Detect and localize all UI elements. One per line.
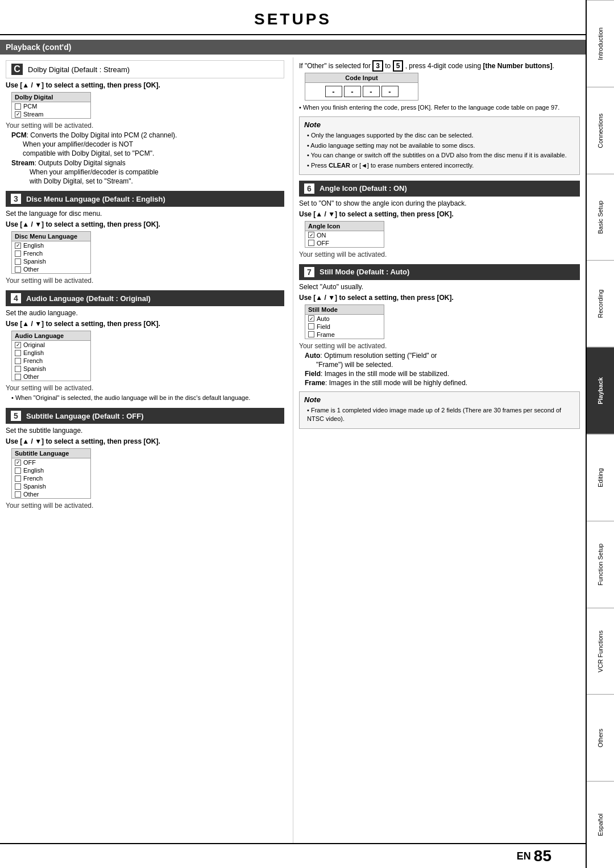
subtitle-spanish-option[interactable]: Spanish	[12, 482, 90, 490]
if-other-container: If "Other" is selected for 3 to 5 , pres…	[299, 62, 580, 70]
auto-def1: : Optimum resolution setting ("Field" or	[320, 352, 437, 360]
angle-on-option[interactable]: ON	[305, 231, 384, 239]
en-label: EN	[517, 850, 531, 862]
note-title: Note	[304, 120, 575, 129]
sidebar: Introduction Connections Basic Setup Rec…	[586, 0, 614, 868]
field-def: : Images in the still mode will be stabi…	[321, 370, 449, 378]
section-5-title: Subtitle Language (Default : OFF)	[26, 412, 144, 420]
angle-on-checkbox[interactable]	[308, 232, 314, 238]
sidebar-item-editing[interactable]: Editing	[587, 434, 614, 521]
section-6-activated: Your setting will be activated.	[299, 251, 580, 258]
auto-def2: "Frame") will be selected.	[316, 361, 580, 369]
audio-english-option[interactable]: English	[12, 349, 90, 357]
finish-note: • When you finish entering the code, pre…	[299, 103, 580, 112]
code-digit-1[interactable]: -	[325, 86, 342, 97]
subtitle-english-option[interactable]: English	[12, 466, 90, 474]
section-4-instruction: Use [▲ / ▼] to select a setting, then pr…	[6, 320, 284, 328]
step-7-number: 7	[304, 266, 315, 278]
sidebar-item-introduction[interactable]: Introduction	[587, 0, 614, 87]
audio-french-checkbox[interactable]	[15, 358, 21, 364]
subtitle-french-checkbox[interactable]	[15, 475, 21, 482]
pcm-term: PCM	[11, 131, 27, 139]
audio-french-option[interactable]: French	[12, 357, 90, 365]
subtitle-spanish-checkbox[interactable]	[15, 483, 21, 490]
section-3-title: Disc Menu Language (Default : English)	[26, 195, 165, 203]
section-4-header: 4 Audio Language (Default : Original)	[6, 290, 284, 306]
audio-english-checkbox[interactable]	[15, 350, 21, 356]
disc-french-checkbox[interactable]	[15, 251, 21, 257]
code-input-table: Code Input - - - -	[305, 73, 418, 101]
step-4-number: 4	[10, 293, 22, 304]
section-c-definitions: PCM: Converts the Dolby Digital into PCM…	[6, 131, 284, 185]
subtitle-off-option[interactable]: OFF	[12, 458, 90, 466]
step-6-number: 6	[304, 183, 315, 194]
disc-spanish-checkbox[interactable]	[15, 258, 21, 265]
subtitle-language-header: Subtitle Language	[12, 449, 90, 458]
subtitle-french-label: French	[23, 475, 43, 482]
angle-on-label: ON	[317, 232, 326, 239]
sidebar-item-others[interactable]: Others	[587, 694, 614, 781]
disc-other-option[interactable]: Other	[12, 265, 90, 273]
sidebar-item-basic-setup[interactable]: Basic Setup	[587, 174, 614, 261]
code-digit-2[interactable]: -	[344, 86, 361, 97]
sidebar-item-function-setup[interactable]: Function Setup	[587, 521, 614, 608]
section-c-header: C Dolby Digital (Default : Stream)	[6, 60, 284, 78]
audio-spanish-label: Spanish	[23, 365, 46, 372]
angle-off-option[interactable]: OFF	[305, 239, 384, 247]
disc-english-checkbox[interactable]	[15, 243, 21, 249]
code-digit-3[interactable]: -	[363, 86, 380, 97]
stream-checkbox[interactable]	[15, 111, 21, 118]
subtitle-english-checkbox[interactable]	[15, 468, 21, 474]
code-digit-4[interactable]: -	[381, 86, 399, 97]
subtitle-other-checkbox[interactable]	[15, 491, 21, 498]
sidebar-item-recording[interactable]: Recording	[587, 260, 614, 347]
sidebar-item-playback[interactable]: Playback	[587, 347, 614, 434]
section-7-desc: Select "Auto" usually.	[299, 283, 580, 291]
section-3-header: 3 Disc Menu Language (Default : English)	[6, 191, 284, 207]
still-auto-checkbox[interactable]	[308, 315, 314, 322]
audio-spanish-checkbox[interactable]	[15, 366, 21, 372]
auto-term: Auto	[305, 352, 320, 360]
still-field-label: Field	[317, 323, 330, 330]
still-field-checkbox[interactable]	[308, 323, 314, 329]
subtitle-french-option[interactable]: French	[12, 474, 90, 482]
sidebar-item-espanol[interactable]: Español	[587, 781, 614, 868]
subtitle-language-table: Subtitle Language OFF English French	[11, 448, 91, 499]
still-frame-option[interactable]: Frame	[305, 331, 384, 339]
subtitle-english-label: English	[23, 467, 44, 474]
audio-spanish-option[interactable]: Spanish	[12, 365, 90, 373]
page-bottom: EN 85	[0, 843, 586, 868]
audio-french-label: French	[23, 357, 43, 364]
note-list: Only the languages supported by the disc…	[304, 131, 575, 170]
audio-other-option[interactable]: Other	[12, 373, 90, 381]
sidebar-item-vcr-functions[interactable]: VCR Functions	[587, 608, 614, 695]
sidebar-item-connections[interactable]: Connections	[587, 87, 614, 174]
pcm-option[interactable]: PCM	[12, 102, 90, 110]
pcm-checkbox[interactable]	[15, 103, 21, 110]
disc-other-checkbox[interactable]	[15, 266, 21, 273]
disc-french-label: French	[23, 250, 43, 257]
page-number: 85	[534, 847, 551, 865]
frame-def: : Images in the still mode will be highl…	[325, 379, 467, 387]
still-frame-label: Frame	[317, 331, 335, 338]
subtitle-other-option[interactable]: Other	[12, 490, 90, 498]
still-frame-checkbox[interactable]	[308, 331, 314, 337]
step-3-number: 3	[10, 193, 22, 205]
press-text: , press 4-digit code using	[405, 62, 481, 70]
page-title: SETUPS	[0, 0, 586, 35]
frame-term: Frame	[305, 379, 325, 387]
audio-other-checkbox[interactable]	[15, 374, 21, 380]
disc-spanish-option[interactable]: Spanish	[12, 257, 90, 265]
section-6-desc: Set to "ON" to show the angle icon durin…	[299, 199, 580, 207]
section-7-title: Still Mode (Default : Auto)	[320, 268, 409, 276]
audio-original-checkbox[interactable]	[15, 342, 21, 348]
disc-english-option[interactable]: English	[12, 241, 90, 249]
stream-option[interactable]: Stream	[12, 110, 90, 118]
subtitle-off-checkbox[interactable]	[15, 460, 21, 466]
audio-original-option[interactable]: Original	[12, 341, 90, 349]
angle-off-checkbox[interactable]	[308, 240, 314, 246]
disc-french-option[interactable]: French	[12, 249, 90, 257]
note-title-2: Note	[304, 395, 575, 404]
still-field-option[interactable]: Field	[305, 323, 384, 331]
still-auto-option[interactable]: Auto	[305, 315, 384, 323]
